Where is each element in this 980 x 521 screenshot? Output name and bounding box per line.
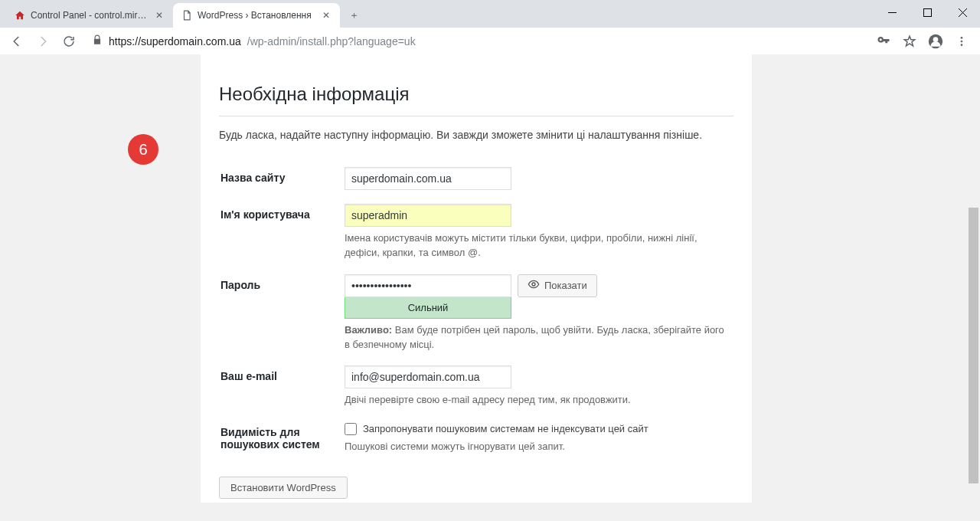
svg-point-7: [961, 40, 963, 42]
key-icon[interactable]: [876, 34, 891, 49]
close-icon[interactable]: ✕: [320, 9, 332, 21]
password-label: Пароль: [220, 279, 260, 291]
profile-icon[interactable]: [928, 34, 943, 49]
tab-title: WordPress › Встановлення: [198, 10, 315, 21]
visibility-checkbox-label: Запропонувати пошуковим системам не інде…: [363, 423, 648, 434]
reload-button[interactable]: [58, 31, 80, 52]
password-strength: Сильний: [345, 297, 511, 319]
window-close-button[interactable]: [945, 0, 980, 25]
svg-rect-1: [923, 8, 931, 16]
svg-point-6: [961, 37, 963, 39]
browser-tab-1[interactable]: Control Panel - control.mirohost. ✕: [6, 3, 173, 28]
show-password-button[interactable]: Показати: [518, 274, 597, 297]
eye-icon: [528, 278, 540, 293]
browser-tab-2[interactable]: WordPress › Встановлення ✕: [173, 3, 340, 28]
email-hint: Двічі перевірте свою e-mail адресу перед…: [345, 393, 732, 408]
svg-point-8: [961, 44, 963, 46]
minimize-button[interactable]: [874, 0, 910, 25]
new-tab-button[interactable]: ＋: [343, 5, 364, 26]
site-title-label: Назва сайту: [220, 172, 285, 184]
email-input[interactable]: [345, 365, 511, 388]
email-label: Ваш e-mail: [220, 370, 277, 382]
password-important: Важливо: Вам буде потрібен цей пароль, щ…: [345, 323, 732, 352]
intro-text: Будь ласка, надайте наступну інформацію.…: [219, 129, 733, 141]
username-hint: Імена користувачів можуть містити тільки…: [345, 231, 732, 260]
maximize-button[interactable]: [910, 0, 945, 25]
step-badge: 6: [128, 134, 158, 165]
visibility-note: Пошукові системи можуть ігнорувати цей з…: [345, 440, 732, 454]
url-path: /wp-admin/install.php?language=uk: [247, 35, 416, 48]
svg-point-5: [933, 37, 939, 42]
password-input[interactable]: [345, 274, 511, 297]
forward-button[interactable]: [32, 31, 54, 52]
section-heading: Необхідна інформація: [219, 79, 733, 116]
visibility-checkbox[interactable]: [345, 423, 357, 435]
back-button[interactable]: [6, 31, 28, 52]
scrollbar-thumb[interactable]: [969, 208, 978, 483]
star-icon[interactable]: [902, 34, 917, 49]
site-title-input[interactable]: [345, 167, 511, 190]
username-input[interactable]: [345, 204, 511, 227]
url-host: https://superdomain.com.ua: [109, 35, 241, 48]
visibility-label: Видимість для пошукових систем: [220, 426, 320, 451]
install-button[interactable]: Встановити WordPress: [219, 477, 348, 499]
close-icon[interactable]: ✕: [153, 9, 165, 21]
lock-icon: [92, 34, 103, 48]
svg-point-9: [532, 283, 535, 286]
install-panel: . Необхідна інформація Будь ласка, надай…: [201, 54, 752, 503]
scrollbar[interactable]: [967, 54, 980, 521]
page-icon: [181, 9, 193, 21]
address-bar[interactable]: https://superdomain.com.ua/wp-admin/inst…: [84, 31, 871, 52]
username-label: Ім'я користувача: [220, 208, 310, 221]
tab-title: Control Panel - control.mirohost.: [31, 10, 149, 21]
house-icon: [14, 9, 26, 21]
menu-icon[interactable]: [954, 34, 969, 49]
